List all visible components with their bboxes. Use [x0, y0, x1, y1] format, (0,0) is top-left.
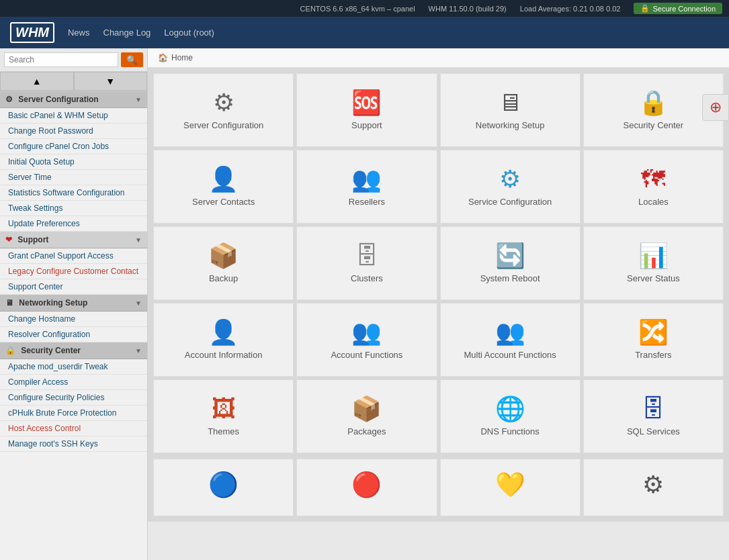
search-input[interactable]	[4, 52, 118, 67]
tile-icon-dns-functions: 🌐	[495, 397, 525, 421]
sidebar-link-change-hostname[interactable]: Change Hostname	[0, 312, 147, 327]
sidebar-section-label-networking: Networking Setup	[19, 298, 87, 308]
tile-locales[interactable]: 🗺 Locales	[583, 150, 724, 224]
top-status-bar: CENTOS 6.6 x86_64 kvm – cpanel WHM 11.50…	[0, 0, 729, 17]
sidebar-section-networking[interactable]: 🖥 Networking Setup ▼	[0, 295, 147, 312]
sidebar-nav-arrows: ▲ ▼	[0, 72, 147, 91]
tile-icon-account-functions: 👥	[351, 320, 382, 344]
tile-server-status[interactable]: 📊 Server Status	[583, 226, 724, 300]
tile-system-reboot[interactable]: 🔄 System Reboot	[440, 226, 581, 300]
bottom-tile-bt3[interactable]: 💛	[440, 459, 581, 516]
tile-label-dns-functions: DNS Functions	[480, 426, 539, 436]
sidebar-link-support-center[interactable]: Support Center	[0, 279, 147, 295]
tile-server-configuration[interactable]: ⚙ Server Configuration	[153, 73, 294, 147]
sidebar-up-arrow[interactable]: ▲	[0, 72, 74, 91]
tile-label-packages: Packages	[347, 426, 386, 436]
sidebar: 🔍 ▲ ▼ ⚙ Server Configuration ▼ Basic cPa…	[0, 48, 148, 560]
sidebar-link-host-access[interactable]: Host Access Control	[0, 421, 147, 436]
tile-label-account-information: Account Information	[185, 350, 263, 360]
search-button[interactable]: 🔍	[121, 52, 143, 67]
tile-label-security-center: Security Center	[624, 120, 684, 130]
secure-label: Secure Connection	[652, 5, 716, 13]
sidebar-link-security-policies[interactable]: Configure Security Policies	[0, 390, 147, 406]
tile-networking-setup[interactable]: 🖥 Networking Setup	[440, 73, 581, 147]
tile-icon-server-contacts: 👤	[208, 167, 239, 191]
tile-sql-services[interactable]: 🗄 SQL Services	[583, 379, 724, 453]
main-layout: 🔍 ▲ ▼ ⚙ Server Configuration ▼ Basic cPa…	[0, 48, 729, 560]
header-nav: WHM News Change Log Logout (root)	[0, 17, 729, 48]
tile-server-contacts[interactable]: 👤 Server Contacts	[153, 150, 294, 224]
tile-label-transfers: Transfers	[635, 350, 671, 360]
bottom-tiles-row: 🔵🔴💛⚙	[148, 459, 729, 522]
tile-icon-sql-services: 🗄	[641, 397, 665, 421]
bottom-tile-icon-bt4: ⚙	[642, 473, 664, 497]
sidebar-link-server-time[interactable]: Server Time	[0, 170, 147, 185]
tile-icon-backup: 📦	[208, 244, 239, 268]
help-float-button[interactable]: ⊕	[702, 94, 729, 121]
tile-icon-server-configuration: ⚙	[213, 91, 234, 115]
tile-packages[interactable]: 📦 Packages	[296, 379, 437, 453]
tile-label-networking-setup: Networking Setup	[476, 120, 545, 130]
tile-resellers[interactable]: 👥 Resellers	[296, 150, 437, 224]
sidebar-section-label-server-config: Server Configuration	[18, 95, 98, 104]
tile-label-account-functions: Account Functions	[331, 350, 402, 360]
chevron-down-icon-security: ▼	[135, 347, 142, 355]
bottom-tile-icon-bt2: 🔴	[351, 473, 382, 497]
sidebar-link-change-root-password[interactable]: Change Root Password	[0, 124, 147, 139]
breadcrumb-label: Home	[171, 53, 193, 62]
tile-service-configuration[interactable]: ⚙ Service Configuration	[440, 150, 581, 224]
sidebar-link-update-preferences[interactable]: Update Preferences	[0, 216, 147, 232]
tile-label-locales: Locales	[638, 197, 669, 207]
chevron-down-icon: ▼	[135, 96, 142, 103]
bottom-tile-bt2[interactable]: 🔴	[296, 459, 437, 516]
tile-multi-account-functions[interactable]: 👥 Multi Account Functions	[440, 303, 581, 377]
sidebar-link-cphulk[interactable]: cPHulk Brute Force Protection	[0, 406, 147, 421]
lock-icon: 🔒	[640, 4, 650, 13]
secure-connection-button[interactable]: 🔒 Secure Connection	[634, 3, 722, 14]
tile-account-functions[interactable]: 👥 Account Functions	[296, 303, 437, 377]
bottom-tile-bt1[interactable]: 🔵	[153, 459, 294, 516]
networking-section-icon: 🖥	[5, 298, 13, 308]
tile-themes[interactable]: 🖼 Themes	[153, 379, 294, 453]
sidebar-link-quota-setup[interactable]: Initial Quota Setup	[0, 154, 147, 170]
support-section-icon: ❤	[5, 235, 12, 244]
sidebar-section-label-support: Support	[17, 235, 48, 244]
tile-account-information[interactable]: 👤 Account Information	[153, 303, 294, 377]
tile-label-backup: Backup	[209, 273, 238, 283]
sidebar-link-basic-cpanel[interactable]: Basic cPanel & WHM Setup	[0, 108, 147, 124]
tile-icon-networking-setup: 🖥	[498, 91, 522, 115]
sidebar-link-ssh-keys[interactable]: Manage root's SSH Keys	[0, 436, 147, 452]
nav-news[interactable]: News	[68, 28, 90, 38]
sidebar-link-legacy-configure[interactable]: Legacy Configure Customer Contact	[0, 264, 147, 279]
tile-label-resellers: Resellers	[349, 197, 385, 207]
tile-icon-server-status: 📊	[638, 244, 669, 268]
nav-changelog[interactable]: Change Log	[103, 28, 151, 38]
tile-label-server-configuration: Server Configuration	[183, 120, 263, 130]
sidebar-link-cron-jobs[interactable]: Configure cPanel Cron Jobs	[0, 139, 147, 154]
tile-icon-themes: 🖼	[212, 397, 236, 421]
sidebar-link-tweak-settings[interactable]: Tweak Settings	[0, 201, 147, 216]
tile-icon-system-reboot: 🔄	[495, 244, 525, 268]
tile-label-support: Support	[351, 120, 382, 130]
tile-dns-functions[interactable]: 🌐 DNS Functions	[440, 379, 581, 453]
content-area: 🏠 Home ⚙ Server Configuration 🆘 Support …	[148, 48, 729, 560]
sidebar-link-apache-mod[interactable]: Apache mod_userdir Tweak	[0, 359, 147, 375]
sidebar-section-support[interactable]: ❤ Support ▼	[0, 232, 147, 248]
nav-logout[interactable]: Logout (root)	[164, 28, 214, 38]
sidebar-link-stats-software[interactable]: Statistics Software Configuration	[0, 185, 147, 201]
sidebar-down-arrow[interactable]: ▼	[74, 72, 148, 91]
tile-label-system-reboot: System Reboot	[480, 273, 540, 283]
tile-transfers[interactable]: 🔀 Transfers	[583, 303, 724, 377]
sidebar-link-compiler-access[interactable]: Compiler Access	[0, 375, 147, 390]
tile-backup[interactable]: 📦 Backup	[153, 226, 294, 300]
tile-label-server-contacts: Server Contacts	[192, 197, 255, 207]
bottom-tile-icon-bt1: 🔵	[208, 473, 239, 497]
sidebar-link-grant-cpanel-support[interactable]: Grant cPanel Support Access	[0, 248, 147, 264]
tile-label-multi-account-functions: Multi Account Functions	[464, 350, 556, 360]
sidebar-section-security[interactable]: 🔒 Security Center ▼	[0, 342, 147, 359]
sidebar-link-resolver-config[interactable]: Resolver Configuration	[0, 327, 147, 342]
tile-support[interactable]: 🆘 Support	[296, 73, 437, 147]
tile-clusters[interactable]: 🗄 Clusters	[296, 226, 437, 300]
sidebar-section-server-configuration[interactable]: ⚙ Server Configuration ▼	[0, 91, 147, 108]
bottom-tile-bt4[interactable]: ⚙	[583, 459, 724, 516]
